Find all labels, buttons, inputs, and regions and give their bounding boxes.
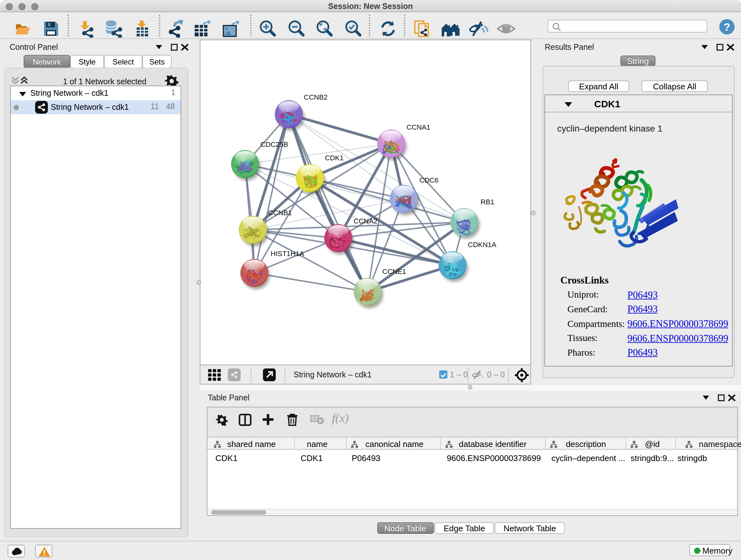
- svg-text:CDC25B: CDC25B: [260, 140, 288, 148]
- svg-text:RB1: RB1: [481, 198, 494, 206]
- svg-text:CDKN1A: CDKN1A: [468, 241, 496, 249]
- svg-text:CCNB2: CCNB2: [304, 93, 328, 101]
- svg-text:CCNA2: CCNA2: [354, 217, 378, 225]
- svg-text:?: ?: [724, 21, 731, 33]
- svg-text:CCNB1: CCNB1: [268, 209, 292, 217]
- svg-text:CDK1: CDK1: [325, 154, 344, 162]
- svg-text:CDC6: CDC6: [419, 176, 439, 184]
- svg-text:CCNE1: CCNE1: [382, 267, 406, 275]
- svg-text:CCNA1: CCNA1: [407, 123, 430, 131]
- svg-text:HIST1H1A: HIST1H1A: [271, 250, 304, 258]
